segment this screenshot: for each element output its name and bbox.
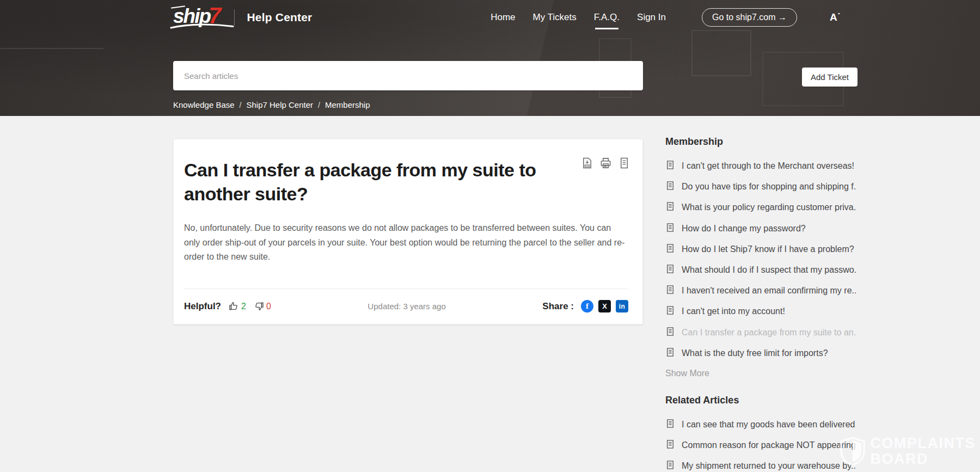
thumbs-up-button[interactable]: 2 xyxy=(229,301,246,311)
hero-background xyxy=(0,48,103,49)
breadcrumb-knowledge-base[interactable]: Knowledge Base xyxy=(173,100,235,109)
nav-item-home[interactable]: Home xyxy=(491,12,515,23)
article-page-icon xyxy=(665,160,675,170)
watermark-line2: BOARD xyxy=(871,451,976,467)
article-page-icon xyxy=(665,460,675,470)
go-to-ship7-button[interactable]: Go to ship7.com → xyxy=(702,8,797,27)
search-input[interactable] xyxy=(173,61,643,90)
breadcrumb-separator: / xyxy=(318,101,320,109)
sidebar-item-shopping-tips[interactable]: Do you have tips for shopping and shippi… xyxy=(665,181,856,192)
linkedin-share-icon[interactable]: in xyxy=(616,300,628,312)
updated-timestamp: Updated: 3 years ago xyxy=(271,302,543,311)
breadcrumb-help-center[interactable]: Ship7 Help Center xyxy=(246,100,313,109)
article-actions: PDF xyxy=(581,157,630,169)
product-name: Help Center xyxy=(247,11,312,24)
sidebar-section-membership-title: Membership xyxy=(665,136,856,148)
nav-item-sign-in[interactable]: Sign In xyxy=(637,12,666,23)
sidebar-item-privacy-policy[interactable]: What is your policy regarding customer p… xyxy=(665,202,856,212)
article-card: Can I transfer a package from my suite t… xyxy=(173,139,643,324)
complaintsboard-watermark: COMPLAINTS BOARD xyxy=(840,436,976,467)
helpful-label: Helpful? xyxy=(184,301,221,312)
logo-swoosh xyxy=(170,23,234,29)
print-icon[interactable] xyxy=(599,157,612,169)
x-twitter-share-icon[interactable]: X xyxy=(598,300,611,312)
sidebar-item-account-access[interactable]: I can't get into my account! xyxy=(665,306,856,316)
brand-divider xyxy=(234,9,235,26)
sidebar-item-email-confirmation[interactable]: I haven't received an email confirming m… xyxy=(665,285,856,296)
show-more-link[interactable]: Show More xyxy=(665,369,856,378)
breadcrumb-membership[interactable]: Membership xyxy=(325,100,370,109)
document-icon[interactable] xyxy=(618,157,630,169)
watermark-line1: COMPLAINTS xyxy=(871,436,976,451)
sidebar-related-shipment-returned[interactable]: My shipment returned to your warehouse b… xyxy=(665,461,856,471)
thumbs-up-count: 2 xyxy=(241,302,246,311)
download-pdf-icon[interactable]: PDF xyxy=(581,157,593,169)
language-icon[interactable]: A˙ xyxy=(830,11,841,23)
divider xyxy=(184,289,628,289)
sidebar-item-report-problem[interactable]: How do I let Ship7 know if I have a prob… xyxy=(665,244,856,254)
article-body: No, unfortunately. Due to security reaso… xyxy=(184,221,628,264)
article-page-icon xyxy=(665,181,675,191)
article-title: Can I transfer a package from my suite t… xyxy=(184,158,565,206)
sidebar-item-suspect-password[interactable]: What should I do if I suspect that my pa… xyxy=(665,265,856,275)
facebook-share-icon[interactable]: f xyxy=(581,300,593,312)
ship7-logo[interactable]: ship 7 xyxy=(173,5,220,29)
thumbs-up-icon xyxy=(229,301,239,311)
sidebar-item-change-password[interactable]: How do I change my password? xyxy=(665,223,856,234)
sidebar-related-package-not-appearing[interactable]: Common reason for package NOT appearing.… xyxy=(665,440,856,450)
sidebar-related-goods-delivered[interactable]: I can see that my goods have been delive… xyxy=(665,419,856,430)
top-navigation-bar: ship 7 Help Center Home My Tickets F.A.Q… xyxy=(173,0,841,35)
sidebar-section-related-title: Related Articles xyxy=(665,395,856,406)
article-page-icon xyxy=(665,347,675,357)
article-page-icon xyxy=(665,285,675,295)
share-group: Share : f X in xyxy=(542,300,628,312)
breadcrumb-separator: / xyxy=(240,101,242,109)
hero-background xyxy=(691,30,751,76)
share-label: Share : xyxy=(542,301,574,312)
sidebar-item-duty-free-limit[interactable]: What is the duty free limit for imports? xyxy=(665,348,856,358)
thumbs-down-button[interactable]: 0 xyxy=(254,301,271,311)
nav-item-faq[interactable]: F.A.Q. xyxy=(594,12,620,23)
article-page-icon xyxy=(665,223,675,232)
sidebar-item-merchant-overseas[interactable]: I can't get through to the Merchant over… xyxy=(665,161,856,171)
thumbs-down-icon xyxy=(254,301,264,311)
add-ticket-button[interactable]: Add Ticket xyxy=(802,68,857,87)
sidebar-item-transfer-package-current[interactable]: Can I transfer a package from my suite t… xyxy=(665,327,856,338)
breadcrumb: Knowledge Base / Ship7 Help Center / Mem… xyxy=(173,100,370,109)
sidebar: Membership I can't get through to the Me… xyxy=(665,136,856,472)
article-page-icon xyxy=(665,264,675,274)
nav-item-my-tickets[interactable]: My Tickets xyxy=(533,12,577,23)
primary-nav: Home My Tickets F.A.Q. Sign In Go to shi… xyxy=(491,8,841,27)
svg-text:PDF: PDF xyxy=(585,165,589,167)
article-page-icon xyxy=(665,201,675,211)
article-page-icon xyxy=(665,419,675,428)
thumbs-down-count: 0 xyxy=(266,302,271,311)
article-page-icon xyxy=(665,305,675,315)
article-page-icon xyxy=(665,439,675,449)
article-footer: Helpful? 2 0 Updated: 3 years ago Share … xyxy=(174,289,642,324)
article-page-icon xyxy=(665,243,675,253)
article-page-icon xyxy=(665,327,675,336)
